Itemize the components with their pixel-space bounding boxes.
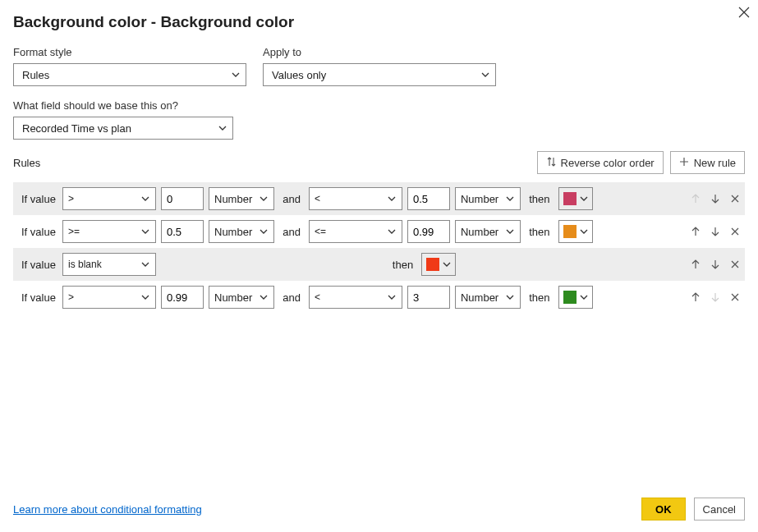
rules-label: Rules xyxy=(13,157,40,169)
rule-row: If value>Numberand<Numberthen xyxy=(13,182,745,215)
move-up-icon[interactable] xyxy=(689,258,702,271)
value1-input[interactable] xyxy=(161,286,204,309)
delete-rule-icon[interactable] xyxy=(728,192,742,205)
rule-row: If value>Numberand<Numberthen xyxy=(13,281,745,314)
move-up-icon[interactable] xyxy=(689,225,702,238)
delete-rule-icon[interactable] xyxy=(728,225,742,238)
chevron-down-icon xyxy=(260,295,268,300)
color-dropdown[interactable] xyxy=(421,253,456,276)
type2-value: Number xyxy=(461,226,498,238)
chevron-down-icon xyxy=(232,72,240,77)
chevron-down-icon xyxy=(388,295,396,300)
type1-value: Number xyxy=(214,291,252,304)
operator2-dropdown[interactable]: < xyxy=(309,187,402,210)
rule-row: If valueis blankthen xyxy=(13,248,745,281)
operator1-dropdown[interactable]: > xyxy=(62,286,156,309)
cancel-button[interactable]: Cancel xyxy=(694,498,745,521)
operator1-value: >= xyxy=(68,226,80,237)
operator2-dropdown[interactable]: < xyxy=(309,286,402,309)
delete-rule-icon[interactable] xyxy=(728,291,742,304)
and-label: and xyxy=(279,193,304,205)
learn-more-link[interactable]: Learn more about conditional formatting xyxy=(13,503,202,516)
format-style-dropdown[interactable]: Rules xyxy=(13,63,246,86)
move-down-icon xyxy=(709,291,722,304)
if-value-label: If value xyxy=(21,226,57,238)
chevron-down-icon xyxy=(506,295,514,300)
type2-value: Number xyxy=(461,291,498,304)
new-rule-button[interactable]: New rule xyxy=(670,151,745,174)
chevron-down-icon xyxy=(141,295,149,300)
type2-dropdown[interactable]: Number xyxy=(455,220,521,243)
plus-icon xyxy=(679,157,689,169)
dialog-title: Background color - Background color xyxy=(13,13,745,31)
chevron-down-icon xyxy=(141,262,149,267)
value2-input[interactable] xyxy=(407,187,450,210)
operator1-value: > xyxy=(68,291,74,303)
type2-dropdown[interactable]: Number xyxy=(455,286,521,309)
value1-input[interactable] xyxy=(161,220,204,243)
type1-value: Number xyxy=(214,193,252,205)
operator2-value: < xyxy=(315,291,320,303)
color-dropdown[interactable] xyxy=(558,187,593,210)
based-on-label: What field should we base this on? xyxy=(13,99,745,112)
color-swatch xyxy=(563,291,577,304)
chevron-down-icon xyxy=(141,229,149,234)
ok-button[interactable]: OK xyxy=(641,498,686,521)
operator1-value: > xyxy=(68,193,74,204)
chevron-down-icon xyxy=(260,229,268,234)
color-swatch xyxy=(563,192,577,205)
operator1-dropdown[interactable]: > xyxy=(62,187,156,210)
if-value-label: If value xyxy=(21,193,57,205)
color-dropdown[interactable] xyxy=(558,286,593,309)
format-style-label: Format style xyxy=(13,46,246,58)
color-swatch xyxy=(426,258,439,271)
chevron-down-icon xyxy=(388,196,396,201)
close-icon[interactable] xyxy=(738,5,750,22)
apply-to-dropdown[interactable]: Values only xyxy=(263,63,496,86)
value1-input[interactable] xyxy=(161,187,204,210)
and-label: and xyxy=(279,226,304,238)
move-up-icon[interactable] xyxy=(689,291,702,304)
chevron-down-icon xyxy=(218,126,227,131)
chevron-down-icon xyxy=(141,196,149,201)
type2-dropdown[interactable]: Number xyxy=(455,187,521,210)
delete-rule-icon[interactable] xyxy=(728,258,742,271)
chevron-down-icon xyxy=(388,229,396,234)
operator2-dropdown[interactable]: <= xyxy=(309,220,402,243)
type1-dropdown[interactable]: Number xyxy=(209,286,274,309)
format-style-value: Rules xyxy=(22,69,49,81)
chevron-down-icon xyxy=(481,72,489,77)
then-label: then xyxy=(526,226,553,238)
if-value-label: If value xyxy=(21,259,57,271)
rule-row: If value>=Numberand<=Numberthen xyxy=(13,215,745,248)
then-label: then xyxy=(526,193,553,205)
move-down-icon[interactable] xyxy=(709,192,722,205)
operator1-dropdown[interactable]: >= xyxy=(62,220,156,243)
chevron-down-icon xyxy=(506,196,514,201)
reverse-color-order-button[interactable]: Reverse color order xyxy=(537,151,664,174)
value2-input[interactable] xyxy=(407,286,450,309)
move-up-icon xyxy=(689,192,702,205)
operator1-dropdown[interactable]: is blank xyxy=(62,253,156,276)
swap-icon xyxy=(546,156,556,170)
reverse-label: Reverse color order xyxy=(561,157,655,169)
based-on-value: Recorded Time vs plan xyxy=(22,122,131,135)
chevron-down-icon xyxy=(506,229,514,234)
move-down-icon[interactable] xyxy=(709,258,722,271)
type1-dropdown[interactable]: Number xyxy=(209,220,274,243)
operator1-value: is blank xyxy=(68,259,102,270)
then-label: then xyxy=(389,259,416,271)
apply-to-value: Values only xyxy=(272,69,326,81)
color-dropdown[interactable] xyxy=(558,220,593,243)
color-swatch xyxy=(563,225,577,238)
type1-value: Number xyxy=(214,226,252,238)
operator2-value: <= xyxy=(315,226,326,237)
type2-value: Number xyxy=(461,193,498,205)
if-value-label: If value xyxy=(21,291,57,304)
operator2-value: < xyxy=(315,193,320,204)
type1-dropdown[interactable]: Number xyxy=(209,187,274,210)
move-down-icon[interactable] xyxy=(709,225,722,238)
value2-input[interactable] xyxy=(407,220,450,243)
then-label: then xyxy=(526,291,553,304)
based-on-dropdown[interactable]: Recorded Time vs plan xyxy=(13,117,233,140)
